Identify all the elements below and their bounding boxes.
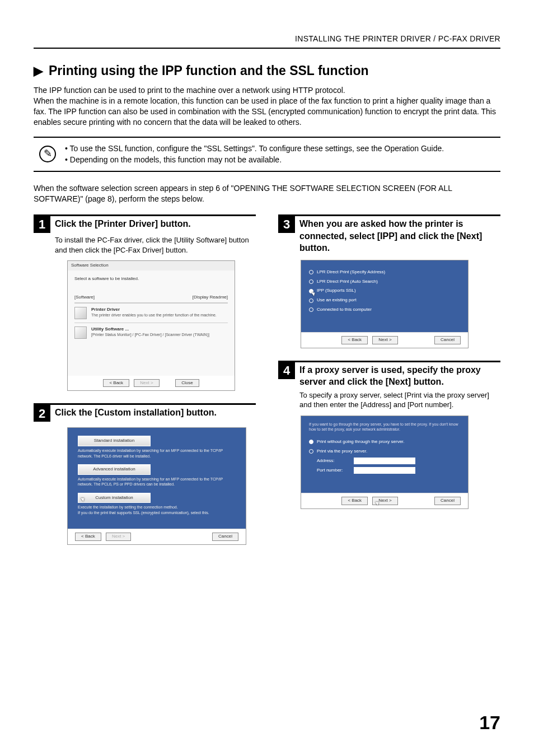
running-header: INSTALLING THE PRINTER DRIVER / PC-FAX D… (34, 34, 500, 49)
installation-type-dialog: Standard installation Automatically exec… (67, 427, 246, 545)
intro-p1: The IPP function can be used to print to… (34, 85, 500, 96)
proxy-dialog: If you want to go through the proxy serv… (301, 416, 469, 509)
intro-block: The IPP function can be used to print to… (34, 85, 500, 128)
close-button[interactable]: Close (175, 379, 199, 388)
step-2-title: Click the [Custom installation] button. (55, 405, 256, 419)
page-title: ▶Printing using the IPP function and the… (34, 62, 500, 80)
note-bullet-1: • To use the SSL function, configure the… (65, 143, 498, 154)
printer-driver-label: Printer Driver (91, 307, 228, 313)
note-bullet-2: • Depending on the models, this function… (65, 155, 498, 165)
utility-icon (74, 326, 87, 339)
step-1-title: Click the [Printer Driver] button. (55, 216, 256, 230)
cancel-button[interactable]: Cancel (212, 533, 238, 541)
next-button[interactable]: Next > (134, 379, 159, 388)
intro-p2: When the machine is in a remote location… (34, 96, 500, 128)
opt-existing-port[interactable]: Use an existing port (309, 297, 460, 304)
back-button[interactable]: < Back (75, 533, 101, 541)
standard-install-button[interactable]: Standard installation (78, 436, 151, 446)
port-input[interactable] (354, 467, 415, 474)
opt-ipp-ssl[interactable]: IPP (Supports SSL) (309, 288, 460, 294)
proxy-top-note: If you want to go through the proxy serv… (309, 422, 460, 432)
advanced-install-button[interactable]: Advanced installation (78, 464, 151, 475)
address-label: Address: (317, 458, 349, 464)
opt-lpr-specify[interactable]: LPR Direct Print (Specify Address) (309, 269, 460, 276)
step-3-title: When you are asked how the printer is co… (299, 216, 500, 254)
step-3: 3 When you are asked how the printer is … (278, 214, 500, 348)
next-button[interactable]: Next > (106, 533, 131, 541)
custom-install-desc: Execute the installation by setting the … (78, 505, 236, 515)
standard-install-desc: Automatically execute installation by se… (78, 448, 236, 459)
step-1: 1 Click the [Printer Driver] button. To … (34, 214, 256, 391)
note-box: ✎ • To use the SSL function, configure t… (34, 137, 500, 172)
page-number: 17 (479, 710, 500, 736)
step-4: 4 If a proxy server is used, specify the… (278, 361, 500, 510)
cancel-button[interactable]: Cancel (434, 336, 461, 344)
advanced-install-desc: Automatically execute installation by se… (78, 477, 236, 487)
port-label: Port number: (317, 468, 349, 474)
opt-no-proxy[interactable]: Print without going through the proxy se… (309, 439, 460, 445)
address-input[interactable] (354, 458, 415, 464)
step-4-title: If a proxy server is used, specify the p… (299, 362, 500, 388)
back-button[interactable]: < Back (341, 497, 368, 505)
step-4-body: To specify a proxy server, select [Print… (299, 390, 500, 410)
custom-install-button[interactable]: Custom installation (78, 493, 151, 503)
step-2: 2 Click the [Custom installation] button… (34, 403, 256, 545)
utility-software-item[interactable]: Utility Software ... [Printer Status Mon… (74, 323, 228, 342)
step-2-number: 2 (34, 405, 50, 422)
step-1-number: 1 (34, 216, 50, 233)
printer-icon (74, 307, 87, 319)
step-4-number: 4 (278, 362, 295, 379)
title-text: Printing using the IPP function and the … (49, 62, 369, 80)
dialog-titlebar: Software Selection (68, 261, 235, 270)
utility-software-desc: [Printer Status Monitor] / [PC-Fax Drive… (91, 332, 228, 337)
connection-type-dialog: LPR Direct Print (Specify Address) LPR D… (301, 260, 469, 348)
next-button[interactable]: Next > (372, 497, 397, 505)
step-1-body: To install the PC-Fax driver, click the … (55, 235, 256, 255)
cancel-button[interactable]: Cancel (434, 497, 461, 505)
software-selection-dialog: Software Selection Select a software to … (67, 260, 235, 391)
display-readme-link[interactable]: [Display Readme] (193, 295, 228, 301)
next-button[interactable]: Next > (372, 336, 397, 344)
software-tab[interactable]: [Software] (74, 295, 95, 301)
back-button[interactable]: < Back (341, 336, 368, 344)
note-icon: ✎ (39, 146, 56, 162)
printer-driver-desc: The printer driver enables you to use th… (91, 312, 228, 318)
triangle-icon: ▶ (34, 63, 43, 80)
opt-via-proxy[interactable]: Print via the proxy server. (309, 449, 460, 455)
dialog-heading: Select a software to be installed. (74, 276, 228, 282)
back-button[interactable]: < Back (103, 379, 129, 388)
opt-connected-computer[interactable]: Connected to this computer (309, 307, 460, 313)
prestep-text: When the software selection screen appea… (34, 183, 500, 204)
opt-lpr-auto[interactable]: LPR Direct Print (Auto Search) (309, 279, 460, 285)
printer-driver-item[interactable]: Printer Driver The printer driver enable… (74, 303, 228, 323)
utility-software-label: Utility Software ... (91, 326, 228, 333)
step-3-number: 3 (278, 216, 295, 233)
